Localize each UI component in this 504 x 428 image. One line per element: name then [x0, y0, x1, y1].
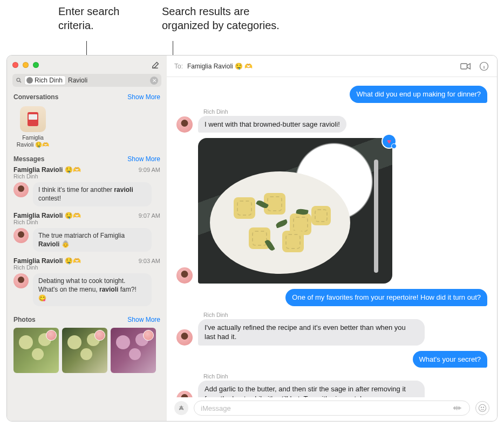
- photos-row: [7, 326, 167, 379]
- emoji-picker-button[interactable]: [475, 401, 489, 415]
- sender-name: Rich Dinh: [203, 108, 346, 115]
- message-result[interactable]: Famiglia Ravioli 🤤🫶9:03 AMRich DinhDebat…: [7, 256, 167, 310]
- svg-point-5: [483, 407, 483, 408]
- facetime-button[interactable]: [460, 61, 471, 72]
- message-preview: I think it's time for another ravioli co…: [33, 182, 152, 206]
- audio-message-button[interactable]: [452, 404, 463, 412]
- app-icon: [178, 404, 185, 412]
- waveform-icon: [452, 404, 463, 412]
- svg-point-4: [481, 407, 481, 408]
- search-text[interactable]: Ravioli: [68, 77, 87, 84]
- chat-scroll[interactable]: What did you end up making for dinner? R…: [167, 77, 497, 397]
- svg-point-0: [17, 78, 20, 81]
- video-icon: [460, 63, 471, 70]
- heart-icon: ♥: [387, 137, 391, 146]
- conversation-avatar: [20, 106, 46, 132]
- annotation-categories: Search results are organized by categori…: [162, 4, 280, 32]
- app-store-button[interactable]: [174, 401, 188, 415]
- close-button[interactable]: [12, 62, 18, 68]
- received-message[interactable]: I went with that browned-butter sage rav…: [198, 116, 346, 133]
- annotation-search: Enter search criteria.: [58, 4, 119, 32]
- message-result[interactable]: Famiglia Ravioli 🤤🫶9:07 AMRich DinhThe t…: [7, 211, 167, 256]
- show-more-messages[interactable]: Show More: [127, 155, 160, 163]
- sender-name: Rich Dinh: [203, 373, 425, 379]
- message-title: Famiglia Ravioli 🤤🫶: [13, 166, 81, 174]
- received-message[interactable]: I've actually refined the recipe and it'…: [198, 319, 425, 346]
- message-input-bar: iMessage: [167, 397, 497, 421]
- minimize-button[interactable]: [23, 62, 29, 68]
- search-token-label: Rich Dinh: [35, 77, 63, 84]
- compose-icon: [151, 60, 160, 70]
- messages-window: Rich Dinh Ravioli ✕ Conversations Show M…: [6, 55, 498, 422]
- sent-message[interactable]: What's your secret?: [413, 351, 487, 368]
- search-icon: [16, 77, 22, 84]
- smiley-icon: [478, 404, 487, 412]
- info-icon: [479, 61, 489, 71]
- sender-avatar: [13, 273, 29, 288]
- avatar-badge: [46, 330, 57, 341]
- message-title: Famiglia Ravioli 🤤🫶: [13, 257, 81, 265]
- tapback-love[interactable]: ♥: [382, 134, 397, 149]
- message-from: Rich Dinh: [13, 219, 160, 225]
- search-token[interactable]: Rich Dinh: [25, 76, 65, 85]
- show-more-photos[interactable]: Show More: [127, 316, 160, 323]
- conversation-tile-label: Famiglia Ravioli 🤤🫶: [13, 134, 52, 148]
- message-preview: The true matriarch of Famiglia Ravioli 👵: [33, 228, 152, 252]
- compose-button[interactable]: [149, 59, 161, 71]
- image-attachment[interactable]: [198, 138, 392, 284]
- search-field[interactable]: Rich Dinh Ravioli ✕: [12, 74, 161, 87]
- photo-thumbnail[interactable]: [111, 328, 156, 373]
- message-title: Famiglia Ravioli 🤤🫶: [13, 212, 81, 219]
- person-icon: [26, 77, 33, 84]
- message-from: Rich Dinh: [13, 173, 160, 180]
- sender-avatar[interactable]: [176, 329, 193, 346]
- svg-rect-1: [461, 64, 467, 69]
- photos-label: Photos: [13, 316, 36, 323]
- sender-name: Rich Dinh: [203, 312, 425, 318]
- message-time: 9:07 AM: [139, 212, 160, 219]
- message-placeholder: iMessage: [201, 404, 231, 412]
- photo-thumbnail[interactable]: [62, 328, 107, 373]
- messages-header: Messages Show More: [7, 153, 167, 165]
- message-preview: Debating what to cook tonight. What's on…: [33, 273, 152, 306]
- to-value[interactable]: Famiglia Ravioli 🤤 🫶: [187, 63, 253, 70]
- window-controls-row: [7, 56, 167, 71]
- message-time: 9:03 AM: [139, 258, 160, 264]
- sent-message[interactable]: What did you end up making for dinner?: [350, 86, 487, 103]
- details-button[interactable]: [479, 61, 489, 72]
- svg-point-3: [479, 404, 486, 411]
- sender-avatar[interactable]: [176, 267, 193, 284]
- sender-avatar: [13, 228, 29, 243]
- message-from: Rich Dinh: [13, 264, 160, 271]
- show-more-conversations[interactable]: Show More: [127, 93, 160, 101]
- sender-avatar[interactable]: [176, 391, 193, 397]
- fullscreen-button[interactable]: [33, 62, 39, 68]
- sender-avatar: [13, 182, 29, 197]
- avatar-badge: [143, 330, 154, 341]
- conversation-header: To: Famiglia Ravioli 🤤 🫶: [167, 56, 497, 77]
- sidebar: Rich Dinh Ravioli ✕ Conversations Show M…: [7, 56, 167, 421]
- conversations-label: Conversations: [13, 93, 58, 101]
- clear-search-button[interactable]: ✕: [150, 77, 158, 85]
- photo-thumbnail[interactable]: [13, 328, 59, 373]
- conversations-header: Conversations Show More: [7, 91, 167, 103]
- message-result[interactable]: Famiglia Ravioli 🤤🫶9:09 AMRich DinhI thi…: [7, 165, 167, 210]
- sent-message[interactable]: One of my favorites from your repertoire…: [285, 289, 487, 306]
- message-input[interactable]: iMessage: [194, 401, 470, 416]
- message-time: 9:09 AM: [139, 167, 160, 173]
- conversation-tile[interactable]: Famiglia Ravioli 🤤🫶: [13, 106, 52, 148]
- sender-avatar[interactable]: [176, 116, 193, 133]
- conversation-pane: To: Famiglia Ravioli 🤤 🫶 What did you en…: [167, 56, 497, 421]
- avatar-badge: [94, 330, 105, 341]
- received-message[interactable]: Add garlic to the butter, and then stir …: [198, 381, 425, 397]
- to-label: To:: [174, 63, 183, 70]
- photos-header: Photos Show More: [7, 314, 167, 326]
- messages-label: Messages: [13, 155, 44, 163]
